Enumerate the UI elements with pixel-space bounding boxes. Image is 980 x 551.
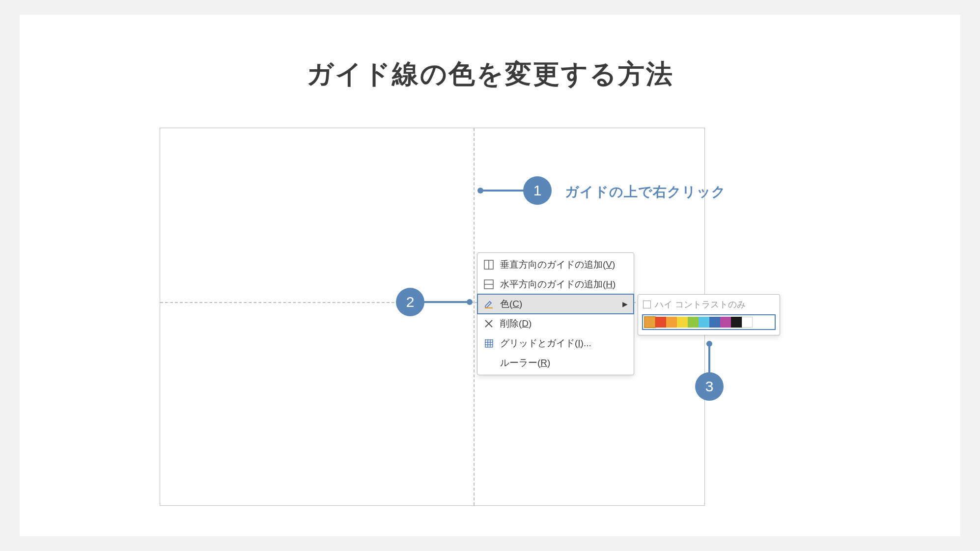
high-contrast-row[interactable]: ハイ コントラストのみ xyxy=(642,298,776,314)
connector-dot xyxy=(467,299,473,305)
step-badge-3: 3 xyxy=(695,372,724,401)
menu-item-color[interactable]: 色(C) ▶ xyxy=(477,294,634,314)
color-swatch[interactable] xyxy=(666,317,677,328)
step-badge-1: 1 xyxy=(523,176,552,205)
vertical-guide[interactable] xyxy=(474,128,475,505)
color-swatch[interactable] xyxy=(720,317,731,328)
color-swatch[interactable] xyxy=(655,317,666,328)
horizontal-guide-icon xyxy=(483,279,494,290)
context-menu: 垂直方向のガイドの追加(V) 水平方向のガイドの追加(H) 色(C) ▶ 削除 xyxy=(477,252,634,375)
connector-line xyxy=(481,190,526,192)
close-icon xyxy=(483,318,494,329)
step-badge-2: 2 xyxy=(396,288,424,316)
checkbox-icon[interactable] xyxy=(643,301,651,308)
connector-line xyxy=(424,301,468,303)
slide: ガイド線の色を変更する方法 1 ガイドの上で右クリック 2 垂直方向のガイドの追… xyxy=(20,15,960,536)
step-1-label: ガイドの上で右クリック xyxy=(565,183,726,201)
chevron-right-icon: ▶ xyxy=(622,300,628,308)
menu-item-grid-and-guides[interactable]: グリッドとガイド(I)... xyxy=(477,333,634,353)
menu-label: ルーラー(R) xyxy=(500,357,628,369)
menu-label: 水平方向のガイドの追加(H) xyxy=(500,278,628,291)
menu-item-add-vertical-guide[interactable]: 垂直方向のガイドの追加(V) xyxy=(477,255,634,275)
color-swatch-row xyxy=(642,314,776,330)
menu-label: 垂直方向のガイドの追加(V) xyxy=(500,258,628,271)
menu-item-ruler[interactable]: ルーラー(R) xyxy=(477,353,634,373)
step-number: 2 xyxy=(406,294,415,310)
page-title: ガイド線の色を変更する方法 xyxy=(20,56,960,92)
color-swatch[interactable] xyxy=(644,317,655,328)
color-swatch[interactable] xyxy=(709,317,720,328)
high-contrast-label: ハイ コントラストのみ xyxy=(655,299,746,310)
pencil-icon xyxy=(483,299,494,309)
color-flyout: ハイ コントラストのみ xyxy=(638,294,780,335)
step-number: 1 xyxy=(533,182,542,199)
step-number: 3 xyxy=(705,378,714,395)
color-swatch[interactable] xyxy=(688,317,699,328)
connector-line xyxy=(708,345,710,374)
menu-label: 削除(D) xyxy=(500,317,628,330)
blank-icon xyxy=(483,358,494,368)
color-swatch[interactable] xyxy=(677,317,688,328)
menu-label: 色(C) xyxy=(500,298,616,310)
grid-icon xyxy=(483,338,494,349)
menu-label: グリッドとガイド(I)... xyxy=(500,337,628,350)
color-swatch[interactable] xyxy=(742,317,753,328)
color-swatch[interactable] xyxy=(699,317,709,328)
menu-item-add-horizontal-guide[interactable]: 水平方向のガイドの追加(H) xyxy=(477,275,634,294)
menu-item-delete[interactable]: 削除(D) xyxy=(477,314,634,333)
vertical-guide-icon xyxy=(483,259,494,270)
color-swatch[interactable] xyxy=(731,317,742,328)
